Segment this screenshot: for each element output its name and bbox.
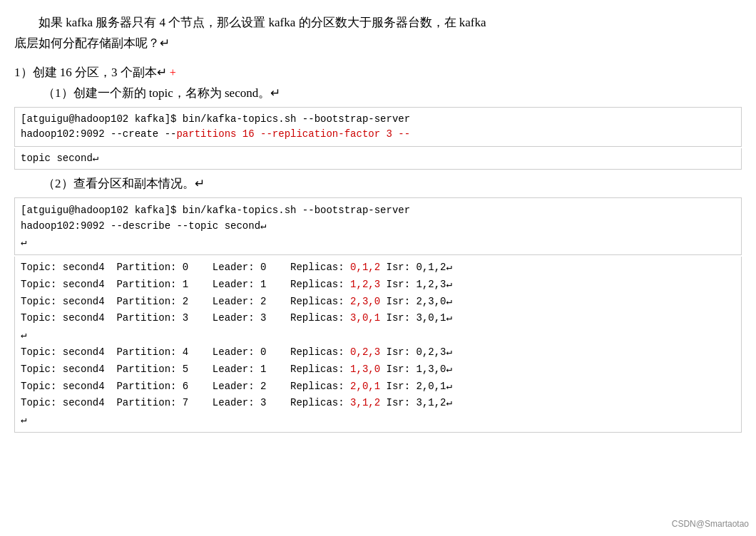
table-row: Topic: second4 Partition: 2 Leader: 2 Re… <box>21 296 452 307</box>
command-block-2: [atguigu@hadoop102 kafka]$ bin/kafka-top… <box>14 197 742 255</box>
intro-line1: 如果 kafka 服务器只有 4 个节点，那么设置 kafka 的分区数大于服务… <box>39 16 486 29</box>
subsection2: （2）查看分区和副本情况。↵ <box>43 175 742 192</box>
section1-title: 1）创建 16 分区，3 个副本↵+ <box>14 64 742 81</box>
cmd1-line2-before: hadoop102:9092 --create -- <box>21 128 176 140</box>
table-row: Topic: second4 Partition: 4 Leader: 0 Re… <box>21 346 452 358</box>
table-row: Topic: second4 Partition: 1 Leader: 1 Re… <box>21 279 452 290</box>
cmd1-line2-red: partitions 16 --replication-factor 3 -- <box>176 128 410 140</box>
table-row: Topic: second4 Partition: 7 Leader: 3 Re… <box>21 397 452 408</box>
table-row: Topic: second4 Partition: 3 Leader: 3 Re… <box>21 312 452 324</box>
table-row: Topic: second4 Partition: 6 Leader: 2 Re… <box>21 381 452 392</box>
command-block-1: [atguigu@hadoop102 kafka]$ bin/kafka-top… <box>14 107 742 147</box>
watermark: CSDN@Smartaotao <box>672 519 749 529</box>
cmd1-line3: topic second↵ <box>14 148 742 170</box>
intro-line2: 底层如何分配存储副本呢？↵ <box>14 36 170 50</box>
subsection1: （1）创建一个新的 topic，名称为 second。↵ <box>43 85 742 101</box>
table-row: Topic: second4 Partition: 5 Leader: 1 Re… <box>21 364 452 375</box>
table-row: Topic: second4 Partition: 0 Leader: 0 Re… <box>21 262 452 273</box>
plus-icon: + <box>170 66 176 79</box>
intro-paragraph: 如果 kafka 服务器只有 4 个节点，那么设置 kafka 的分区数大于服务… <box>14 13 742 54</box>
cmd1-line1: [atguigu@hadoop102 kafka]$ bin/kafka-top… <box>21 113 410 125</box>
table-block-group1: Topic: second4 Partition: 0 Leader: 0 Re… <box>14 257 742 433</box>
